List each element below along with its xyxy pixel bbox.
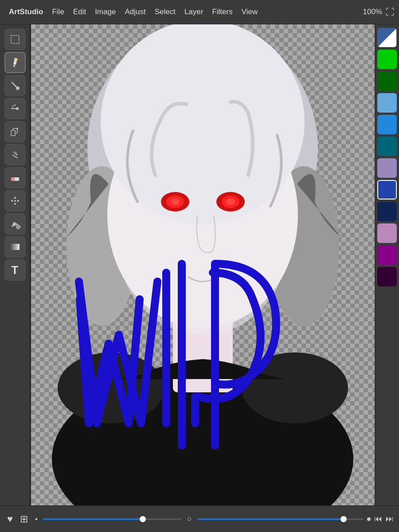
color-swatch-green-dark[interactable] (377, 71, 397, 91)
color-swatch-blue-light[interactable] (377, 93, 397, 113)
circle-icon[interactable]: ○ (185, 512, 194, 525)
svg-marker-19 (14, 196, 16, 199)
canvas-svg[interactable] (31, 24, 375, 505)
menu-artstudio[interactable]: ArtStudio (4, 8, 47, 16)
color-swatch-dark-purple[interactable] (377, 267, 397, 286)
svg-rect-26 (11, 244, 20, 250)
svg-point-25 (17, 226, 19, 228)
color-swatch-purple[interactable] (377, 245, 397, 265)
svg-point-37 (101, 24, 305, 224)
zoom-level: 100% (363, 8, 382, 16)
color-swatch-green-bright[interactable] (377, 50, 397, 69)
gradient-tool[interactable] (4, 236, 26, 258)
color-swatch-blue-mid[interactable] (377, 115, 397, 134)
bottom-toolbar: ♥ ⊞ ▪ ○ ⏮ ⏭ (0, 505, 399, 532)
svg-point-40 (171, 198, 180, 205)
eraser-tool[interactable] (4, 167, 26, 188)
size-slider[interactable] (197, 518, 364, 520)
fg-bg-color-swatch[interactable] (377, 28, 397, 47)
color-swatch-lavender[interactable] (377, 158, 397, 178)
skip-back-icon[interactable]: ⏮ (374, 514, 382, 524)
color-swatch-mauve[interactable] (377, 223, 397, 243)
svg-marker-21 (11, 200, 13, 202)
fill-tool[interactable] (4, 213, 26, 235)
menu-edit[interactable]: Edit (69, 8, 90, 16)
airbrush-tool[interactable] (4, 98, 26, 119)
left-toolbar: T (0, 24, 30, 505)
svg-point-10 (12, 107, 13, 108)
svg-point-43 (226, 198, 235, 205)
smudge-tool[interactable] (4, 144, 26, 165)
svg-point-8 (12, 106, 14, 107)
heart-icon[interactable]: ♥ (5, 512, 15, 527)
color-swatch-teal[interactable] (377, 137, 397, 156)
svg-point-15 (16, 154, 17, 156)
marquee-tool[interactable] (4, 29, 26, 50)
move-tool[interactable] (4, 190, 26, 211)
menu-select[interactable]: Select (150, 8, 180, 16)
menu-adjust[interactable]: Adjust (120, 8, 150, 16)
svg-point-23 (14, 200, 16, 202)
text-tool[interactable]: T (4, 259, 26, 281)
layers-icon[interactable]: ⊞ (18, 512, 30, 527)
menu-bar: ArtStudio File Edit Image Adjust Select … (0, 0, 399, 24)
svg-rect-0 (11, 35, 19, 43)
color-swatch-navy[interactable] (377, 202, 397, 221)
right-palette (375, 24, 399, 505)
clone-stamp-tool[interactable] (4, 121, 26, 142)
svg-marker-22 (17, 200, 20, 202)
opacity-slider[interactable] (43, 518, 182, 520)
menu-view[interactable]: View (237, 8, 262, 16)
svg-point-12 (16, 128, 18, 129)
brush-tool[interactable] (4, 75, 26, 96)
svg-point-5 (16, 86, 20, 90)
svg-rect-11 (11, 130, 15, 136)
menu-image[interactable]: Image (90, 8, 120, 16)
canvas-area (31, 24, 375, 505)
dot-icon (367, 517, 371, 521)
color-swatch-blue-royal[interactable] (377, 180, 397, 200)
svg-rect-7 (16, 107, 19, 110)
menu-file[interactable]: File (47, 8, 68, 16)
layer-thumbnail-icon[interactable]: ▪ (33, 513, 39, 525)
svg-rect-17 (11, 177, 15, 181)
svg-marker-2 (13, 65, 15, 67)
svg-point-9 (14, 105, 16, 106)
skip-forward-icon[interactable]: ⏭ (386, 514, 394, 524)
menu-filters[interactable]: Filters (207, 8, 237, 16)
menu-layer[interactable]: Layer (180, 8, 208, 16)
svg-marker-20 (14, 203, 16, 205)
fullscreen-icon[interactable]: ⛶ (386, 7, 395, 17)
pencil-tool[interactable] (4, 52, 26, 73)
